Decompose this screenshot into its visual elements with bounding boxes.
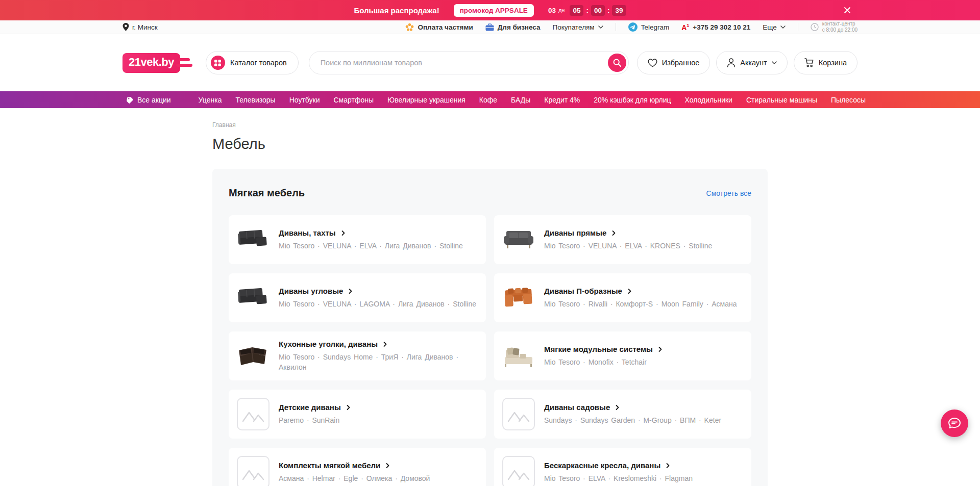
- category-title-label: Диваны прямые: [544, 228, 606, 237]
- sale-banner: Большая распродажа! промокод APPSALE 03 …: [0, 0, 980, 20]
- nav-item[interactable]: Все акции: [127, 96, 171, 104]
- category-title[interactable]: Мягкие модульные системы: [544, 345, 663, 353]
- close-icon[interactable]: [842, 5, 852, 15]
- soft-furniture-section: Мягкая мебель Смотреть все Диваны, тахты…: [212, 169, 768, 486]
- nav-item[interactable]: Ноутбуки: [289, 96, 320, 104]
- favorites-button[interactable]: Избранное: [637, 51, 710, 74]
- nav-item[interactable]: 20% кэшбэк для юрлиц: [594, 96, 671, 104]
- category-brands: Асмана · Helmar · Egle · Олмека · Домово…: [279, 473, 430, 483]
- chevron-right-icon: [615, 404, 620, 411]
- category-brands: Sundays · Sundays Garden · M-Group · ВПМ…: [544, 415, 721, 425]
- category-title[interactable]: Бескаркасные кресла, диваны: [544, 461, 693, 470]
- catalog-button[interactable]: Каталог товаров: [206, 51, 299, 74]
- category-card[interactable]: Мягкие модульные системыMio Tesoro · Mon…: [494, 331, 751, 380]
- nav-item[interactable]: БАДы: [511, 96, 530, 104]
- cart-button[interactable]: Корзина: [794, 51, 857, 74]
- promo-code-chip[interactable]: промокод APPSALE: [454, 4, 534, 17]
- category-title-label: Диваны, тахты: [279, 228, 336, 237]
- chevron-right-icon: [340, 230, 346, 236]
- nav-item[interactable]: Стиральные машины: [746, 96, 817, 104]
- search-icon: [613, 59, 621, 67]
- nav-item[interactable]: Холодильники: [685, 96, 732, 104]
- sofa-modular-beige-image: [502, 340, 535, 372]
- favorites-label: Избранное: [662, 59, 699, 67]
- nav-item[interactable]: Телевизоры: [235, 96, 275, 104]
- search-input[interactable]: [309, 51, 629, 74]
- chevron-right-icon: [382, 341, 388, 347]
- category-title[interactable]: Комплекты мягкой мебели: [279, 461, 430, 470]
- for-business-link[interactable]: Для бизнеса: [485, 23, 541, 31]
- chevron-down-icon: [780, 25, 786, 29]
- category-title-label: Детские диваны: [279, 403, 341, 412]
- category-title[interactable]: Диваны садовые: [544, 403, 721, 412]
- nav-item[interactable]: Пылесосы: [831, 96, 866, 104]
- countdown-days: 03: [548, 7, 556, 14]
- category-brands: Mio Tesoro · VELUNA · ELVA · KRONES · St…: [544, 241, 712, 251]
- topbar-divider: [616, 23, 616, 31]
- category-brands: Mio Tesoro · ELVA · Kreslomeshki · Flagm…: [544, 473, 693, 483]
- nav-item[interactable]: Ювелирные украшения: [387, 96, 465, 104]
- main-nav-items: Все акцииУценкаТелевизорыНоутбукиСмартфо…: [122, 91, 857, 108]
- countdown-hours: 05: [570, 5, 583, 16]
- category-grid: Диваны, тахтыMio Tesoro · VELUNA · ELVA …: [229, 215, 751, 486]
- telegram-label: Telegram: [641, 23, 670, 31]
- contact-center-line1: контакт-центр: [822, 21, 855, 27]
- more-menu[interactable]: Еще: [763, 23, 785, 31]
- category-card[interactable]: Диваны прямыеMio Tesoro · VELUNA · ELVA …: [494, 215, 751, 264]
- image-placeholder-image: [502, 398, 535, 430]
- category-title-label: Комплекты мягкой мебели: [279, 461, 380, 470]
- sofa-u-orange-image: [502, 282, 535, 314]
- category-card[interactable]: Диваны, тахтыMio Tesoro · VELUNA · ELVA …: [229, 215, 486, 264]
- nav-item-label: Все акции: [137, 96, 171, 104]
- category-card[interactable]: Кухонные уголки, диваныMio Tesoro · Sund…: [229, 331, 486, 380]
- category-brands: Mio Tesoro · Monofix · Tetchair: [544, 357, 663, 367]
- account-button[interactable]: Аккаунт: [716, 51, 787, 74]
- category-title[interactable]: Диваны, тахты: [279, 228, 463, 237]
- image-placeholder-image: [237, 398, 270, 430]
- category-nav: Все акцииУценкаТелевизорыНоутбукиСмартфо…: [0, 91, 980, 108]
- category-title[interactable]: Диваны угловые: [279, 287, 476, 295]
- nav-item[interactable]: Кредит 4%: [544, 96, 580, 104]
- category-title[interactable]: Кухонные уголки, диваны: [279, 340, 478, 348]
- chevron-right-icon: [657, 346, 663, 352]
- see-all-link[interactable]: Смотреть все: [706, 189, 751, 197]
- sale-tag-icon: [127, 96, 134, 104]
- briefcase-icon: [485, 23, 494, 31]
- utility-topbar: г. Минск Оплата частями Для бизнеса Поку…: [0, 20, 980, 34]
- category-card[interactable]: Бескаркасные кресла, диваныMio Tesoro · …: [494, 448, 751, 486]
- cart-label: Корзина: [819, 59, 847, 67]
- category-title-label: Диваны угловые: [279, 287, 343, 295]
- telegram-link[interactable]: Telegram: [628, 22, 670, 32]
- search-button[interactable]: [608, 54, 626, 72]
- countdown-days-unit: дн: [558, 7, 565, 13]
- chevron-down-icon: [598, 25, 603, 29]
- for-buyers-menu[interactable]: Покупателям: [553, 23, 603, 31]
- site-logo[interactable]: 21vek.by: [122, 53, 194, 73]
- category-card[interactable]: Диваны садовыеSundays · Sundays Garden ·…: [494, 390, 751, 439]
- more-label: Еще: [763, 23, 776, 31]
- category-card[interactable]: Комплекты мягкой мебелиАсмана · Helmar ·…: [229, 448, 486, 486]
- category-card[interactable]: Детские диваныParemo · SunRain: [229, 390, 486, 439]
- nav-item[interactable]: Смартфоны: [333, 96, 374, 104]
- nav-item[interactable]: Кофе: [479, 96, 497, 104]
- main-header: 21vek.by Каталог товаров Избранное Аккау…: [0, 34, 980, 91]
- sofa-corner-dark-image: [237, 282, 270, 314]
- nav-item[interactable]: Уценка: [199, 96, 222, 104]
- breadcrumb[interactable]: Главная: [212, 121, 768, 129]
- category-title[interactable]: Диваны прямые: [544, 228, 712, 237]
- category-title[interactable]: Диваны П-образные: [544, 287, 737, 295]
- chevron-right-icon: [665, 463, 671, 469]
- category-brands: Paremo · SunRain: [279, 415, 351, 425]
- chat-button[interactable]: [941, 410, 968, 437]
- category-title-label: Мягкие модульные системы: [544, 345, 653, 353]
- category-card[interactable]: Диваны угловыеMio Tesoro · VELUNA · LAGO…: [229, 273, 486, 322]
- for-business-label: Для бизнеса: [498, 23, 541, 31]
- category-title[interactable]: Детские диваны: [279, 403, 351, 412]
- phone-link[interactable]: А1 +375 29 302 10 21: [681, 23, 750, 31]
- city-selector[interactable]: г. Минск: [122, 23, 158, 31]
- installment-label: Оплата частями: [418, 23, 473, 31]
- sale-countdown: 03 дн 05 : 00 : 39: [548, 5, 626, 16]
- catalog-label: Каталог товаров: [230, 59, 287, 67]
- category-card[interactable]: Диваны П-образныеMio Tesoro · Rivalli · …: [494, 273, 751, 322]
- installment-link[interactable]: Оплата частями: [405, 23, 473, 32]
